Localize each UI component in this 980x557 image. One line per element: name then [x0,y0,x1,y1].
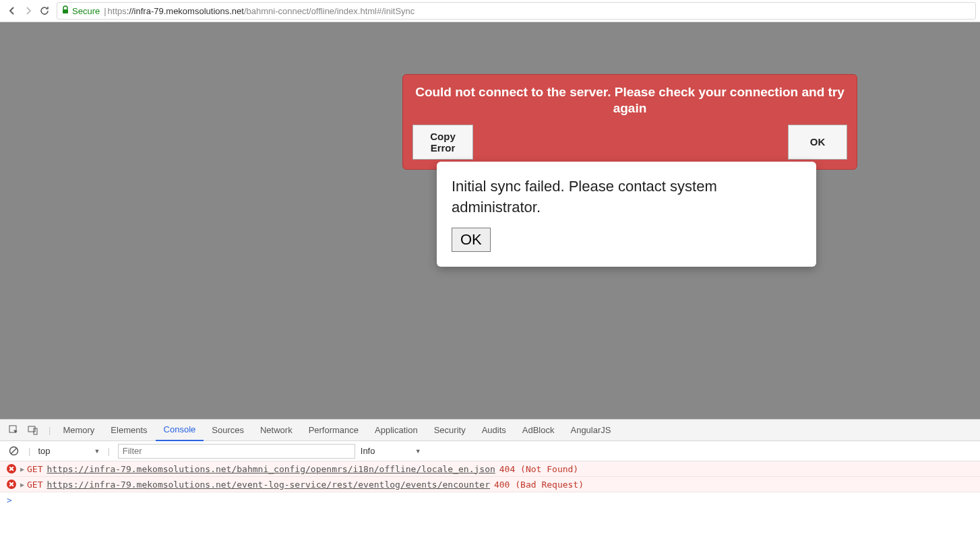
sync-ok-button[interactable]: OK [452,228,491,252]
forward-button[interactable] [20,3,36,19]
http-status: 400 (Bad Request) [494,480,584,490]
inspect-icon[interactable] [7,423,22,438]
console-output: ▶GEThttps://infra-79.mekomsolutions.net/… [0,461,980,557]
http-method: GET [27,480,42,490]
svg-rect-0 [63,9,68,13]
http-status: 404 (Not Found) [499,464,578,474]
page-viewport: Could not connect to the server. Please … [0,22,980,419]
console-prompt[interactable]: > [0,492,980,508]
console-error-row[interactable]: ▶GEThttps://infra-79.mekomsolutions.net/… [0,461,980,477]
divider: | [107,446,109,456]
devtools-tabs: | MemoryElementsConsoleSourcesNetworkPer… [0,420,980,441]
context-value: top [38,446,50,456]
chevron-down-icon: ▼ [94,448,100,455]
error-ok-button[interactable]: OK [788,125,847,160]
expand-icon[interactable]: ▶ [20,465,24,473]
request-url[interactable]: https://infra-79.mekomsolutions.net/bahm… [47,464,495,474]
console-filter-bar: | top ▼ | Info ▼ [0,441,980,461]
svg-line-5 [11,449,16,454]
chevron-down-icon: ▼ [415,448,421,455]
devtools-tab-application[interactable]: Application [367,420,426,441]
devtools-tab-elements[interactable]: Elements [102,420,155,441]
copy-error-button[interactable]: Copy Error [412,125,473,160]
http-method: GET [27,464,42,474]
devtools-tab-network[interactable]: Network [252,420,301,441]
devtools-tab-performance[interactable]: Performance [301,420,367,441]
level-select[interactable]: Info ▼ [361,446,421,456]
divider: | [28,446,30,456]
devtools-tab-audits[interactable]: Audits [474,420,514,441]
console-error-row[interactable]: ▶GEThttps://infra-79.mekomsolutions.net/… [0,477,980,492]
level-value: Info [361,446,375,456]
devtools-tab-console[interactable]: Console [156,420,204,441]
url-path: /bahmni-connect/offline/index.html#/init… [244,6,415,16]
url-host: ://infra-79.mekomsolutions.net [127,6,244,16]
divider: | [49,425,51,435]
devtools-tab-sources[interactable]: Sources [204,420,252,441]
context-select[interactable]: top ▼ [33,444,104,459]
error-icon [7,464,16,473]
console-filter-input[interactable] [118,444,355,459]
device-toggle-icon[interactable] [26,423,40,438]
devtools-panel: | MemoryElementsConsoleSourcesNetworkPer… [0,419,980,557]
error-buttons: Copy Error OK [412,125,847,160]
error-icon [7,480,16,489]
clear-console-icon[interactable] [7,445,20,458]
error-message: Could not connect to the server. Please … [412,84,847,117]
error-banner: Could not connect to the server. Please … [402,74,857,170]
devtools-tab-adblock[interactable]: AdBlock [514,420,563,441]
sync-failed-dialog: Initial sync failed. Please contact syst… [437,162,816,267]
request-url[interactable]: https://infra-79.mekomsolutions.net/even… [47,480,490,490]
sync-failed-message: Initial sync failed. Please contact syst… [452,176,801,218]
secure-label: Secure [72,6,100,16]
lock-icon [61,5,69,16]
devtools-tab-angularjs[interactable]: AngularJS [562,420,619,441]
devtools-tab-security[interactable]: Security [426,420,474,441]
url-scheme: https [108,6,127,16]
expand-icon[interactable]: ▶ [20,481,24,488]
app-root: Secure | https ://infra-79.mekomsolution… [0,0,980,557]
back-button[interactable] [4,3,20,19]
reload-button[interactable] [36,3,53,19]
url-box[interactable]: Secure | https ://infra-79.mekomsolution… [57,2,976,20]
browser-address-bar: Secure | https ://infra-79.mekomsolution… [0,0,980,22]
devtools-tab-memory[interactable]: Memory [55,420,102,441]
separator: | [104,6,106,16]
